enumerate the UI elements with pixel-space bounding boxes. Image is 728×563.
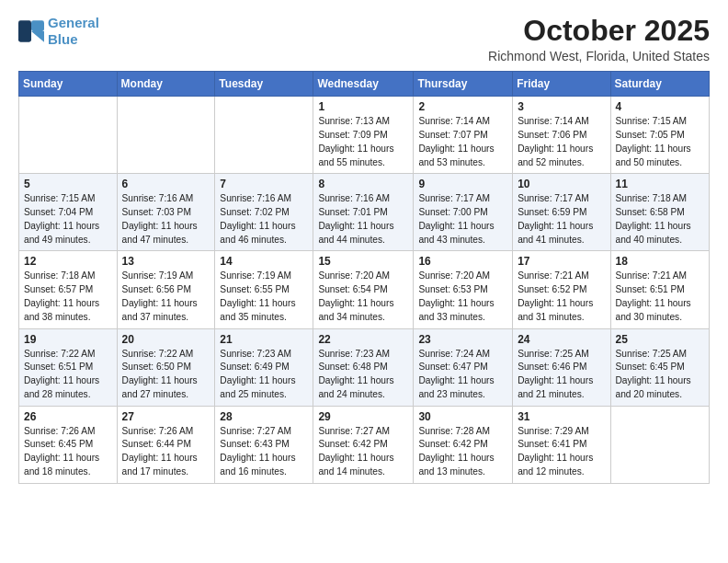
calendar-cell: 22Sunrise: 7:23 AMSunset: 6:48 PMDayligh… (313, 328, 414, 406)
calendar-cell: 6Sunrise: 7:16 AMSunset: 7:03 PMDaylight… (117, 174, 215, 251)
svg-marker-2 (31, 31, 44, 42)
day-info: Sunrise: 7:18 AMSunset: 6:57 PMDaylight:… (24, 270, 112, 324)
day-number: 25 (616, 333, 704, 346)
week-row-2: 12Sunrise: 7:18 AMSunset: 6:57 PMDayligh… (19, 251, 710, 328)
day-info: Sunrise: 7:23 AMSunset: 6:49 PMDaylight:… (220, 348, 308, 402)
calendar-cell (19, 97, 118, 174)
day-number: 24 (518, 333, 605, 346)
weekday-header-friday: Friday (513, 72, 610, 97)
day-number: 22 (318, 333, 408, 346)
day-info: Sunrise: 7:17 AMSunset: 7:00 PMDaylight:… (418, 192, 507, 247)
day-number: 9 (418, 178, 507, 190)
day-info: Sunrise: 7:14 AMSunset: 7:06 PMDaylight:… (518, 115, 605, 169)
day-number: 20 (122, 333, 210, 346)
location: Richmond West, Florida, United States (488, 49, 710, 63)
calendar-cell: 14Sunrise: 7:19 AMSunset: 6:55 PMDayligh… (215, 251, 313, 328)
day-info: Sunrise: 7:13 AMSunset: 7:09 PMDaylight:… (318, 115, 408, 169)
day-number: 5 (24, 178, 112, 190)
calendar-cell: 29Sunrise: 7:27 AMSunset: 6:42 PMDayligh… (313, 406, 414, 483)
day-number: 8 (318, 178, 408, 190)
calendar-cell: 27Sunrise: 7:26 AMSunset: 6:44 PMDayligh… (117, 406, 215, 483)
day-number: 4 (616, 100, 704, 113)
calendar-cell (117, 97, 215, 174)
day-number: 11 (616, 178, 704, 190)
calendar-cell: 1Sunrise: 7:13 AMSunset: 7:09 PMDaylight… (313, 97, 414, 174)
day-number: 6 (122, 178, 210, 190)
day-number: 19 (24, 333, 112, 346)
calendar-cell: 24Sunrise: 7:25 AMSunset: 6:46 PMDayligh… (513, 328, 610, 406)
day-number: 12 (24, 255, 112, 268)
day-number: 21 (220, 333, 308, 346)
calendar-cell: 18Sunrise: 7:21 AMSunset: 6:51 PMDayligh… (610, 251, 709, 328)
day-number: 1 (318, 100, 408, 113)
day-info: Sunrise: 7:26 AMSunset: 6:45 PMDaylight:… (24, 425, 112, 479)
calendar-cell: 30Sunrise: 7:28 AMSunset: 6:42 PMDayligh… (414, 406, 513, 483)
day-number: 27 (122, 410, 210, 423)
calendar-cell: 5Sunrise: 7:15 AMSunset: 7:04 PMDaylight… (19, 174, 118, 251)
day-info: Sunrise: 7:19 AMSunset: 6:56 PMDaylight:… (122, 270, 210, 324)
day-number: 18 (616, 255, 704, 268)
calendar-cell: 13Sunrise: 7:19 AMSunset: 6:56 PMDayligh… (117, 251, 215, 328)
header: General Blue October 2025 Richmond West,… (18, 15, 710, 63)
day-number: 26 (24, 410, 112, 423)
calendar-cell: 26Sunrise: 7:26 AMSunset: 6:45 PMDayligh… (19, 406, 118, 483)
day-info: Sunrise: 7:29 AMSunset: 6:41 PMDaylight:… (518, 425, 605, 479)
day-info: Sunrise: 7:16 AMSunset: 7:03 PMDaylight:… (122, 192, 210, 247)
logo-text: General Blue (48, 15, 99, 48)
day-info: Sunrise: 7:24 AMSunset: 6:47 PMDaylight:… (418, 348, 507, 402)
day-info: Sunrise: 7:17 AMSunset: 6:59 PMDaylight:… (518, 192, 605, 247)
day-number: 3 (518, 100, 605, 113)
calendar-cell (215, 97, 313, 174)
calendar-cell: 3Sunrise: 7:14 AMSunset: 7:06 PMDaylight… (513, 97, 610, 174)
calendar-cell: 25Sunrise: 7:25 AMSunset: 6:45 PMDayligh… (610, 328, 709, 406)
day-number: 10 (518, 178, 605, 190)
day-number: 14 (220, 255, 308, 268)
weekday-header-wednesday: Wednesday (313, 72, 414, 97)
week-row-1: 5Sunrise: 7:15 AMSunset: 7:04 PMDaylight… (19, 174, 710, 251)
calendar-cell (610, 406, 709, 483)
calendar-cell: 2Sunrise: 7:14 AMSunset: 7:07 PMDaylight… (414, 97, 513, 174)
month-title: October 2025 (488, 15, 710, 47)
day-number: 2 (418, 100, 507, 113)
day-info: Sunrise: 7:20 AMSunset: 6:53 PMDaylight:… (418, 270, 507, 324)
day-info: Sunrise: 7:27 AMSunset: 6:43 PMDaylight:… (220, 425, 308, 479)
logo-line2: Blue (48, 31, 78, 47)
day-number: 7 (220, 178, 308, 190)
day-number: 30 (418, 410, 507, 423)
day-number: 23 (418, 333, 507, 346)
weekday-header-monday: Monday (117, 72, 215, 97)
page-container: General Blue October 2025 Richmond West,… (0, 0, 728, 493)
day-info: Sunrise: 7:26 AMSunset: 6:44 PMDaylight:… (122, 425, 210, 479)
day-number: 13 (122, 255, 210, 268)
weekday-header-sunday: Sunday (19, 72, 118, 97)
day-info: Sunrise: 7:25 AMSunset: 6:46 PMDaylight:… (518, 348, 605, 402)
calendar-cell: 31Sunrise: 7:29 AMSunset: 6:41 PMDayligh… (513, 406, 610, 483)
calendar-cell: 23Sunrise: 7:24 AMSunset: 6:47 PMDayligh… (414, 328, 513, 406)
day-number: 16 (418, 255, 507, 268)
calendar-cell: 20Sunrise: 7:22 AMSunset: 6:50 PMDayligh… (117, 328, 215, 406)
week-row-4: 26Sunrise: 7:26 AMSunset: 6:45 PMDayligh… (19, 406, 710, 483)
weekday-header-saturday: Saturday (610, 72, 709, 97)
day-info: Sunrise: 7:20 AMSunset: 6:54 PMDaylight:… (318, 270, 408, 324)
calendar-cell: 12Sunrise: 7:18 AMSunset: 6:57 PMDayligh… (19, 251, 118, 328)
weekday-header-thursday: Thursday (414, 72, 513, 97)
day-info: Sunrise: 7:19 AMSunset: 6:55 PMDaylight:… (220, 270, 308, 324)
day-info: Sunrise: 7:27 AMSunset: 6:42 PMDaylight:… (318, 425, 408, 479)
day-info: Sunrise: 7:21 AMSunset: 6:52 PMDaylight:… (518, 270, 605, 324)
weekday-header-row: SundayMondayTuesdayWednesdayThursdayFrid… (19, 72, 710, 97)
week-row-0: 1Sunrise: 7:13 AMSunset: 7:09 PMDaylight… (19, 97, 710, 174)
day-info: Sunrise: 7:22 AMSunset: 6:50 PMDaylight:… (122, 348, 210, 402)
day-number: 29 (318, 410, 408, 423)
logo: General Blue (18, 15, 99, 48)
day-info: Sunrise: 7:15 AMSunset: 7:05 PMDaylight:… (616, 115, 704, 169)
day-number: 28 (220, 410, 308, 423)
calendar-cell: 16Sunrise: 7:20 AMSunset: 6:53 PMDayligh… (414, 251, 513, 328)
calendar-cell: 28Sunrise: 7:27 AMSunset: 6:43 PMDayligh… (215, 406, 313, 483)
day-number: 31 (518, 410, 605, 423)
logo-icon (18, 20, 44, 42)
calendar-cell: 15Sunrise: 7:20 AMSunset: 6:54 PMDayligh… (313, 251, 414, 328)
svg-rect-1 (31, 20, 44, 31)
calendar-cell: 7Sunrise: 7:16 AMSunset: 7:02 PMDaylight… (215, 174, 313, 251)
day-number: 15 (318, 255, 408, 268)
calendar-cell: 4Sunrise: 7:15 AMSunset: 7:05 PMDaylight… (610, 97, 709, 174)
